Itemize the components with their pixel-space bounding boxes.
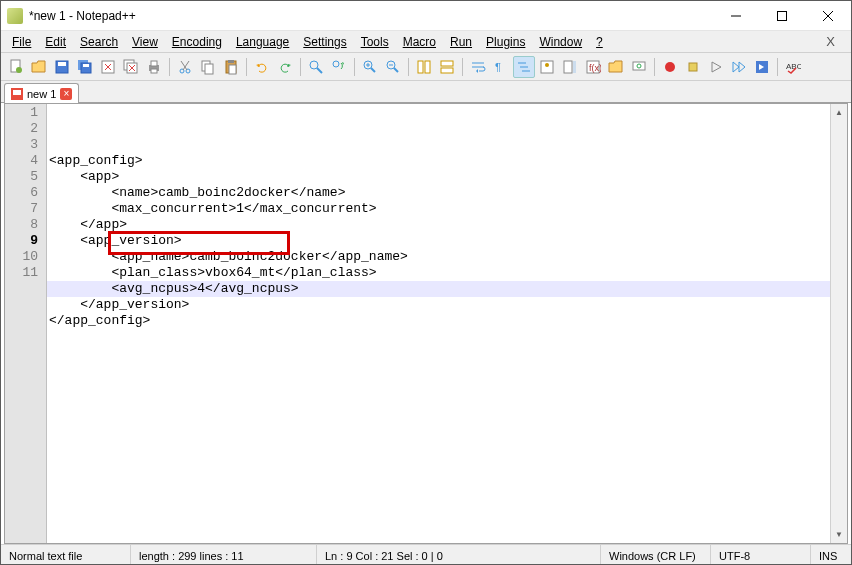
wordwrap-icon[interactable] (467, 56, 489, 78)
code-line[interactable]: <avg_ncpus>4</avg_ncpus> (47, 281, 830, 297)
code-line[interactable]: </app_version> (47, 297, 830, 313)
menu-language[interactable]: Language (229, 33, 296, 51)
gutter-line: 1 (5, 105, 46, 121)
svg-rect-41 (425, 61, 430, 73)
gutter-line: 9 (5, 233, 46, 249)
code-area[interactable]: <app_config> <app> <name>camb_boinc2dock… (47, 104, 830, 543)
status-position: Ln : 9 Col : 21 Sel : 0 | 0 (317, 545, 601, 565)
vertical-scrollbar[interactable]: ▲ ▼ (830, 104, 847, 543)
func-list-icon[interactable]: f(x) (582, 56, 604, 78)
folder-workspace-icon[interactable] (605, 56, 627, 78)
save-macro-icon[interactable] (751, 56, 773, 78)
svg-text:f(x): f(x) (589, 63, 601, 73)
svg-point-51 (545, 63, 549, 67)
replace-icon[interactable] (328, 56, 350, 78)
show-all-chars-icon[interactable]: ¶ (490, 56, 512, 78)
maximize-button[interactable] (759, 1, 805, 31)
status-filetype: Normal text file (1, 545, 131, 565)
stop-macro-icon[interactable] (682, 56, 704, 78)
print-icon[interactable] (143, 56, 165, 78)
play-macro-icon[interactable] (705, 56, 727, 78)
close-file-icon[interactable] (97, 56, 119, 78)
find-icon[interactable] (305, 56, 327, 78)
svg-line-31 (317, 68, 322, 73)
svg-rect-19 (151, 61, 157, 66)
toolbar-separator (462, 58, 463, 76)
menu-encoding[interactable]: Encoding (165, 33, 229, 51)
code-line[interactable]: </app_config> (47, 313, 830, 329)
svg-rect-10 (83, 64, 89, 67)
svg-point-5 (16, 67, 22, 73)
close-button[interactable] (805, 1, 851, 31)
menu-search[interactable]: Search (73, 33, 125, 51)
monitor-icon[interactable] (628, 56, 650, 78)
save-icon[interactable] (51, 56, 73, 78)
doc-map-icon[interactable] (559, 56, 581, 78)
spellcheck-icon[interactable]: ABC (782, 56, 804, 78)
copy-icon[interactable] (197, 56, 219, 78)
user-lang-icon[interactable] (536, 56, 558, 78)
code-line[interactable]: </app> (47, 217, 830, 233)
code-line[interactable]: <app> (47, 169, 830, 185)
tab-new1[interactable]: new 1 × (4, 83, 79, 103)
menu-view[interactable]: View (125, 33, 165, 51)
scroll-down-icon[interactable]: ▼ (831, 526, 847, 543)
menu-edit[interactable]: Edit (38, 33, 73, 51)
line-gutter: 1234567891011 (5, 104, 47, 543)
statusbar: Normal text file length : 299 lines : 11… (1, 544, 851, 565)
menu-help[interactable]: ? (589, 33, 610, 51)
svg-rect-28 (228, 60, 234, 63)
status-length: length : 299 lines : 11 (131, 545, 317, 565)
code-line[interactable]: <max_concurrent>1</max_concurrent> (47, 201, 830, 217)
gutter-line: 10 (5, 249, 46, 265)
toolbar-separator (169, 58, 170, 76)
svg-rect-26 (205, 64, 213, 74)
play-multi-macro-icon[interactable] (728, 56, 750, 78)
record-macro-icon[interactable] (659, 56, 681, 78)
menu-window[interactable]: Window (532, 33, 589, 51)
gutter-line: 2 (5, 121, 46, 137)
tab-close-icon[interactable]: × (60, 88, 72, 100)
scroll-track[interactable] (831, 121, 847, 526)
file-modified-icon (11, 88, 23, 100)
menu-plugins[interactable]: Plugins (479, 33, 532, 51)
cut-icon[interactable] (174, 56, 196, 78)
svg-rect-42 (441, 61, 453, 66)
new-file-icon[interactable] (5, 56, 27, 78)
menu-settings[interactable]: Settings (296, 33, 353, 51)
menubar-extra-close[interactable]: X (826, 34, 847, 49)
zoom-out-icon[interactable] (382, 56, 404, 78)
code-line[interactable]: <app_name>camb_boinc2docker</app_name> (47, 249, 830, 265)
scroll-up-icon[interactable]: ▲ (831, 104, 847, 121)
code-line[interactable]: <app_version> (47, 233, 830, 249)
redo-icon[interactable] (274, 56, 296, 78)
sync-hscroll-icon[interactable] (436, 56, 458, 78)
open-file-icon[interactable] (28, 56, 50, 78)
menubar: File Edit Search View Encoding Language … (1, 31, 851, 53)
menu-tools[interactable]: Tools (354, 33, 396, 51)
sync-vscroll-icon[interactable] (413, 56, 435, 78)
window-title: *new 1 - Notepad++ (29, 9, 713, 23)
gutter-line: 3 (5, 137, 46, 153)
menu-run[interactable]: Run (443, 33, 479, 51)
menu-macro[interactable]: Macro (396, 33, 443, 51)
svg-rect-7 (58, 62, 66, 66)
save-all-icon[interactable] (74, 56, 96, 78)
close-all-icon[interactable] (120, 56, 142, 78)
gutter-line: 6 (5, 185, 46, 201)
paste-icon[interactable] (220, 56, 242, 78)
tabbar: new 1 × (1, 81, 851, 103)
code-line[interactable]: <plan_class>vbox64_mt</plan_class> (47, 265, 830, 281)
toolbar-separator (246, 58, 247, 76)
menu-file[interactable]: File (5, 33, 38, 51)
svg-point-32 (333, 61, 339, 67)
code-line[interactable]: <name>camb_boinc2docker</name> (47, 185, 830, 201)
code-line[interactable]: <app_config> (47, 153, 830, 169)
minimize-button[interactable] (713, 1, 759, 31)
gutter-line: 8 (5, 217, 46, 233)
indent-guide-icon[interactable] (513, 56, 535, 78)
zoom-in-icon[interactable] (359, 56, 381, 78)
undo-icon[interactable] (251, 56, 273, 78)
svg-point-58 (665, 62, 675, 72)
titlebar: *new 1 - Notepad++ (1, 1, 851, 31)
